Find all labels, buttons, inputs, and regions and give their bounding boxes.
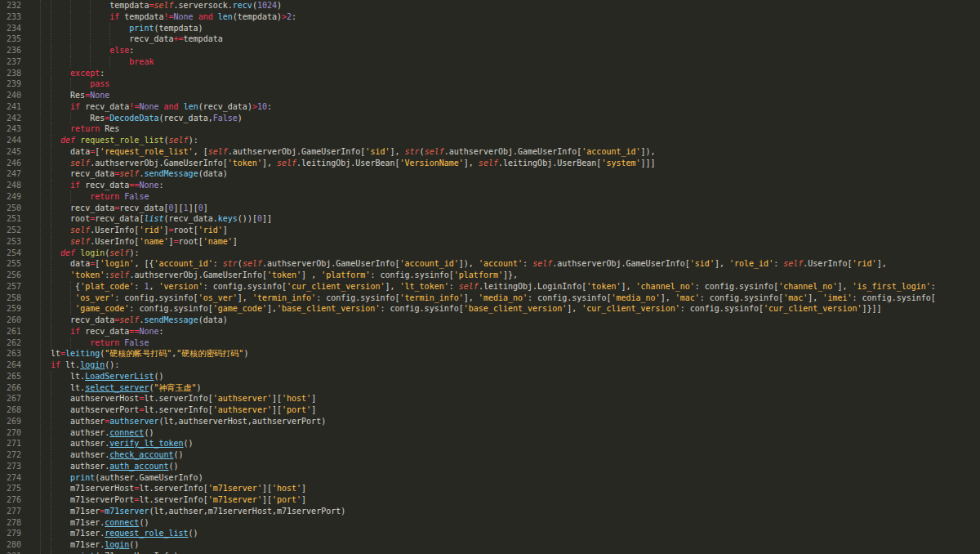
code-line[interactable]: 250 recv_data=recv_data[0][1][0] [0, 203, 980, 214]
line-number: 234 [7, 23, 21, 34]
line-number: 235 [7, 34, 21, 45]
code-line[interactable]: 278 m71ser.connect() [0, 517, 980, 529]
line-number: 240 [7, 90, 21, 101]
line-number: 268 [7, 404, 21, 416]
code-line[interactable]: 273 authser.auth_account() [0, 461, 980, 472]
line-number: 281 [7, 551, 21, 554]
code-text: authser.verify_lt_token() [51, 438, 194, 449]
code-line[interactable]: 238 except: [0, 68, 980, 79]
code-line[interactable]: 275 m71serverHost=lt.serverInfo['m71serv… [0, 483, 980, 494]
code-line[interactable]: 274 print(authser.GameUserInfo) [0, 472, 980, 484]
line-number: 258 [7, 293, 21, 304]
line-number: 269 [7, 416, 21, 427]
code-line[interactable]: 234 print(tempdata) [0, 23, 980, 34]
code-line[interactable]: 263lt=leiting("硬核的帐号打码","硬核的密码打码") [0, 348, 980, 360]
code-text: Res=DecodeData(recv_data,False) [51, 113, 243, 124]
code-line[interactable]: 248 if recv_data==None: [0, 180, 980, 191]
code-text: m71ser=m71server(lt,authser,m71serverHos… [51, 506, 345, 517]
line-number: 277 [7, 506, 21, 517]
code-text: return Res [51, 123, 119, 135]
line-number: 241 [7, 101, 21, 113]
code-text: 'token':self.authserverObj.GameUserInfo[… [51, 270, 518, 281]
code-line[interactable]: 236 else: [0, 45, 980, 56]
code-line[interactable]: 280 m71ser.login() [0, 539, 980, 551]
code-line[interactable]: 254 def login(self): [0, 248, 980, 259]
code-line[interactable]: 281 print(m71ser.UserInfo) [0, 551, 980, 554]
code-editor[interactable]: 232 tempdata=self.serversock.recv(1024)2… [0, 0, 980, 554]
code-line[interactable]: 247 recv_data=self.sendMessage(data) [0, 168, 980, 180]
line-number: 246 [7, 158, 21, 169]
code-text: lt.LoadServerList() [51, 371, 164, 382]
line-number: 251 [7, 213, 21, 225]
code-text: m71serverHost=lt.serverInfo['m71server']… [51, 483, 306, 494]
code-text: m71ser.login() [51, 539, 139, 551]
line-number: 263 [7, 348, 21, 360]
line-number: 245 [7, 146, 21, 158]
code-line[interactable]: 265 lt.LoadServerList() [0, 371, 980, 382]
code-line[interactable]: 255 data=['login', [{'account_id': str(s… [0, 258, 980, 270]
code-line[interactable]: 262 return False [0, 337, 980, 349]
code-line[interactable]: 276 m71serverPort=lt.serverInfo['m71serv… [0, 494, 980, 506]
code-line[interactable]: 252 self.UserInfo['rid']=root['rid'] [0, 225, 980, 236]
code-line[interactable]: 235 recv_data+=tempdata [0, 34, 980, 45]
code-line[interactable]: 260 recv_data=self.sendMessage(data) [0, 315, 980, 326]
code-line[interactable]: 272 authser.check_account() [0, 449, 980, 461]
line-number: 266 [7, 382, 21, 394]
code-line[interactable]: 245 data=['request_role_list', [self.aut… [0, 146, 980, 158]
code-line[interactable]: 249 return False [0, 191, 980, 203]
code-line[interactable]: 241 if recv_data!=None and len(recv_data… [0, 101, 980, 113]
code-text: lt.select_server("神宵玉虚") [51, 382, 202, 394]
code-line[interactable]: 237 break [0, 56, 980, 68]
code-text: def login(self): [51, 248, 139, 259]
code-text: recv_data=recv_data[0][1][0] [51, 203, 208, 214]
code-text: return False [51, 337, 149, 349]
line-number: 260 [7, 315, 21, 326]
code-line[interactable]: 258 'os_ver': config.sysinfo['os_ver'], … [0, 293, 980, 304]
code-text: recv_data=self.sendMessage(data) [51, 168, 228, 180]
code-text: if recv_data!=None and len(recv_data)>10… [51, 101, 272, 113]
code-text: pass [51, 78, 109, 90]
code-text: else: [51, 45, 134, 56]
code-line[interactable]: 271 authser.verify_lt_token() [0, 438, 980, 449]
code-line[interactable]: 279 m71ser.request_role_list() [0, 528, 980, 539]
line-number: 273 [7, 461, 21, 472]
code-line[interactable]: 270 authser.connect() [0, 427, 980, 439]
line-number: 271 [7, 438, 21, 449]
code-line[interactable]: 269 authser=authserver(lt,authserverHost… [0, 416, 980, 427]
code-line[interactable]: 268 authserverPort=lt.serverInfo['authse… [0, 404, 980, 416]
code-line[interactable]: 233 if tempdata!=None and len(tempdata)>… [0, 11, 980, 23]
code-area[interactable]: 232 tempdata=self.serversock.recv(1024)2… [0, 0, 980, 554]
code-text: self.UserInfo['name']=root['name'] [51, 236, 238, 248]
code-text: print(m71ser.UserInfo) [51, 551, 179, 554]
code-line[interactable]: 257 {'plat_code': 1, 'version': config.s… [0, 281, 980, 293]
code-line[interactable]: 277 m71ser=m71server(lt,authser,m71serve… [0, 506, 980, 517]
line-number: 254 [7, 248, 21, 259]
code-line[interactable]: 243 return Res [0, 123, 980, 135]
line-number: 262 [7, 337, 21, 349]
line-number: 264 [7, 360, 21, 371]
code-text: tempdata=self.serversock.recv(1024) [51, 0, 282, 11]
code-line[interactable]: 232 tempdata=self.serversock.recv(1024) [0, 0, 980, 11]
code-text: print(authser.GameUserInfo) [51, 472, 203, 484]
code-text: m71serverPort=lt.serverInfo['m71server']… [51, 494, 306, 506]
code-line[interactable]: 240 Res=None [0, 90, 980, 101]
code-line[interactable]: 256 'token':self.authserverObj.GameUserI… [0, 270, 980, 281]
line-number: 259 [7, 303, 21, 315]
code-line[interactable]: 251 root=recv_data[list(recv_data.keys()… [0, 213, 980, 225]
code-line[interactable]: 267 authserverHost=lt.serverInfo['authse… [0, 393, 980, 404]
code-line[interactable]: 242 Res=DecodeData(recv_data,False) [0, 113, 980, 124]
code-line[interactable]: 259 'game_code': config.sysinfo['game_co… [0, 303, 980, 315]
code-text: lt=leiting("硬核的帐号打码","硬核的密码打码") [51, 348, 248, 360]
line-number: 278 [7, 517, 21, 529]
code-line[interactable]: 239 pass [0, 78, 980, 90]
code-text: authser.auth_account() [51, 461, 179, 472]
code-line[interactable]: 246 self.authserverObj.GameUserInfo['tok… [0, 158, 980, 169]
line-number: 267 [7, 393, 21, 404]
code-line[interactable]: 253 self.UserInfo['name']=root['name'] [0, 236, 980, 248]
line-number: 243 [7, 123, 21, 135]
code-line[interactable]: 244 def request_role_list(self): [0, 135, 980, 146]
code-line[interactable]: 264if lt.login(): [0, 360, 980, 371]
code-line[interactable]: 266 lt.select_server("神宵玉虚") [0, 382, 980, 394]
code-line[interactable]: 261 if recv_data==None: [0, 326, 980, 337]
code-text: m71ser.connect() [51, 517, 149, 529]
